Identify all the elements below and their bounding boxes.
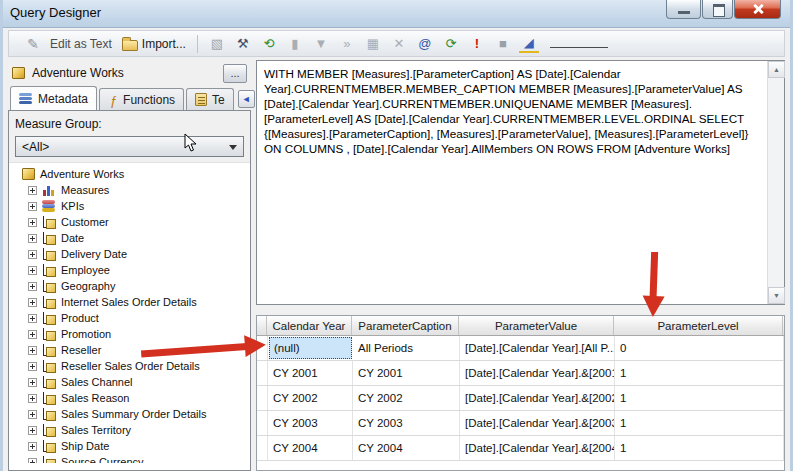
grid-cell[interactable]: [Date].[Calendar Year].[All P... xyxy=(460,336,615,360)
grid-cell[interactable]: [Date].[Calendar Year].&[2001] xyxy=(460,361,615,385)
tree-item-sales-channel[interactable]: Sales Channel xyxy=(9,374,250,390)
query-scrollbar[interactable]: ▲ ▼ xyxy=(767,61,784,304)
expand-plus-icon[interactable] xyxy=(28,458,37,464)
expand-plus-icon[interactable] xyxy=(28,330,37,339)
mdx-query-text[interactable]: WITH MEMBER [Measures].[ParameterCaption… xyxy=(257,61,767,304)
grid-cell[interactable]: All Periods xyxy=(353,336,460,360)
tree-item-label: Delivery Date xyxy=(61,248,127,260)
grid-row[interactable]: CY 2003CY 2003[Date].[Calendar Year].&[2… xyxy=(257,411,784,436)
autoexecute-icon[interactable]: » xyxy=(337,35,357,53)
dim-icon xyxy=(42,312,56,325)
grid-row[interactable]: CY 2001CY 2001[Date].[Calendar Year].&[2… xyxy=(257,361,784,386)
grid-cell[interactable]: 1 xyxy=(615,411,784,435)
grid-cell[interactable]: [Date].[Calendar Year].&[2002] xyxy=(460,386,615,410)
tree-item-sales-reason[interactable]: Sales Reason xyxy=(9,390,250,406)
tree-item-employee[interactable]: Employee xyxy=(9,262,250,278)
expand-plus-icon[interactable] xyxy=(28,266,37,275)
grid-cell[interactable]: 1 xyxy=(615,436,784,460)
tree-item-label: Internet Sales Order Details xyxy=(61,296,197,308)
tree-item-sales-summary-order-details[interactable]: Sales Summary Order Details xyxy=(9,406,250,422)
grid-cell[interactable]: CY 2001 xyxy=(353,361,460,385)
dim-icon xyxy=(42,296,56,309)
edit-as-text-button[interactable]: ✎ Edit as Text xyxy=(15,33,117,55)
grid-cell[interactable]: 1 xyxy=(615,361,784,385)
grid-cell[interactable]: 1 xyxy=(615,386,784,410)
tab-functions[interactable]: ƒFunctions xyxy=(99,88,184,110)
tree-item-source-currency[interactable]: Source Currency xyxy=(9,454,250,463)
expand-plus-icon[interactable] xyxy=(28,298,37,307)
tree-item-delivery-date[interactable]: Delivery Date xyxy=(9,246,250,262)
grid-cell[interactable]: CY 2003 xyxy=(268,411,353,435)
show-empty-cells-icon[interactable]: ▼ xyxy=(311,35,331,53)
add-calculated-member-icon[interactable]: ▮ xyxy=(285,35,305,53)
import-button[interactable]: Import... xyxy=(117,35,191,53)
expand-plus-icon[interactable] xyxy=(28,378,37,387)
browse-cube-button[interactable]: ... xyxy=(223,64,247,83)
tree-item-internet-sales-order-details[interactable]: Internet Sales Order Details xyxy=(9,294,250,310)
expand-plus-icon[interactable] xyxy=(28,186,37,195)
grid-row[interactable]: CY 2002CY 2002[Date].[Calendar Year].&[2… xyxy=(257,386,784,411)
grid-header-ParameterLevel[interactable]: ParameterLevel xyxy=(614,316,783,335)
grid-cell[interactable]: [Date].[Calendar Year].&[2004] xyxy=(460,436,615,460)
grid-header-ParameterCaption[interactable]: ParameterCaption xyxy=(352,316,459,335)
grid-cell[interactable]: (null) xyxy=(269,337,352,359)
expand-plus-icon[interactable] xyxy=(28,426,37,435)
grid-header-Calendar Year[interactable]: Calendar Year xyxy=(267,316,352,335)
tree-item-adventure-works[interactable]: Adventure Works xyxy=(9,166,250,182)
design-mode-icon[interactable]: ◢ xyxy=(519,35,539,53)
scroll-down-icon[interactable]: ▼ xyxy=(768,287,785,304)
expand-plus-icon[interactable] xyxy=(28,346,37,355)
expand-plus-icon[interactable] xyxy=(28,250,37,259)
grid-header-ParameterValue[interactable]: ParameterValue xyxy=(459,316,614,335)
prepare-query-icon[interactable]: ⟳ xyxy=(441,35,461,53)
grid-row[interactable]: (null)All Periods[Date].[Calendar Year].… xyxy=(257,336,784,361)
tree-item-product[interactable]: Product xyxy=(9,310,250,326)
show-aggregations-icon[interactable]: ▦ xyxy=(363,35,383,53)
minimize-button[interactable] xyxy=(666,0,701,19)
expand-plus-icon[interactable] xyxy=(28,410,37,419)
expand-plus-icon[interactable] xyxy=(28,234,37,243)
grid-row-margin xyxy=(257,436,268,460)
tab-scroll-left-icon[interactable]: ◄ xyxy=(238,90,255,108)
scroll-up-icon[interactable]: ▲ xyxy=(768,61,785,78)
refresh-fields-icon[interactable]: ⟲ xyxy=(259,35,279,53)
tree-item-measures[interactable]: Measures xyxy=(9,182,250,198)
tab-metadata[interactable]: Metadata xyxy=(10,86,97,110)
tree-item-sales-territory[interactable]: Sales Territory xyxy=(9,422,250,438)
tree-item-ship-date[interactable]: Ship Date xyxy=(9,438,250,454)
grid-row[interactable]: CY 2004CY 2004[Date].[Calendar Year].&[2… xyxy=(257,436,784,461)
close-button[interactable] xyxy=(734,0,781,19)
maximize-button[interactable] xyxy=(702,0,733,19)
measure-group-dropdown[interactable]: <All> xyxy=(15,136,244,157)
expand-plus-icon[interactable] xyxy=(28,394,37,403)
grid-cell[interactable]: CY 2002 xyxy=(268,386,353,410)
edit-as-text-label: Edit as Text xyxy=(50,37,112,51)
pickaxe-icon[interactable]: ⚒ xyxy=(233,35,253,53)
expand-plus-icon[interactable] xyxy=(28,202,37,211)
execute-icon[interactable]: ! xyxy=(467,35,487,53)
title-bar[interactable]: Query Designer xyxy=(0,0,793,28)
expand-plus-icon[interactable] xyxy=(28,442,37,451)
cube-select-icon[interactable]: ▧ xyxy=(207,35,227,53)
dim-icon xyxy=(42,344,56,357)
grid-row-margin xyxy=(257,411,268,435)
tree-item-customer[interactable]: Customer xyxy=(9,214,250,230)
expand-plus-icon[interactable] xyxy=(28,218,37,227)
tree-item-kpis[interactable]: KPIs xyxy=(9,198,250,214)
grid-cell[interactable]: CY 2004 xyxy=(353,436,460,460)
grid-cell[interactable]: 0 xyxy=(615,336,784,360)
grid-cell[interactable]: CY 2002 xyxy=(353,386,460,410)
delete-icon[interactable]: ✕ xyxy=(389,35,409,53)
expand-plus-icon[interactable] xyxy=(28,362,37,371)
tree-item-date[interactable]: Date xyxy=(9,230,250,246)
cancel-query-icon[interactable]: ■ xyxy=(493,35,513,53)
tree-item-geography[interactable]: Geography xyxy=(9,278,250,294)
tab-te[interactable]: Te xyxy=(186,88,234,110)
expand-plus-icon[interactable] xyxy=(28,314,37,323)
grid-cell[interactable]: CY 2003 xyxy=(353,411,460,435)
query-parameters-icon[interactable]: @ xyxy=(415,35,435,53)
grid-cell[interactable]: [Date].[Calendar Year].&[2003] xyxy=(460,411,615,435)
expand-plus-icon[interactable] xyxy=(28,282,37,291)
grid-cell[interactable]: CY 2004 xyxy=(268,436,353,460)
grid-cell[interactable]: CY 2001 xyxy=(268,361,353,385)
